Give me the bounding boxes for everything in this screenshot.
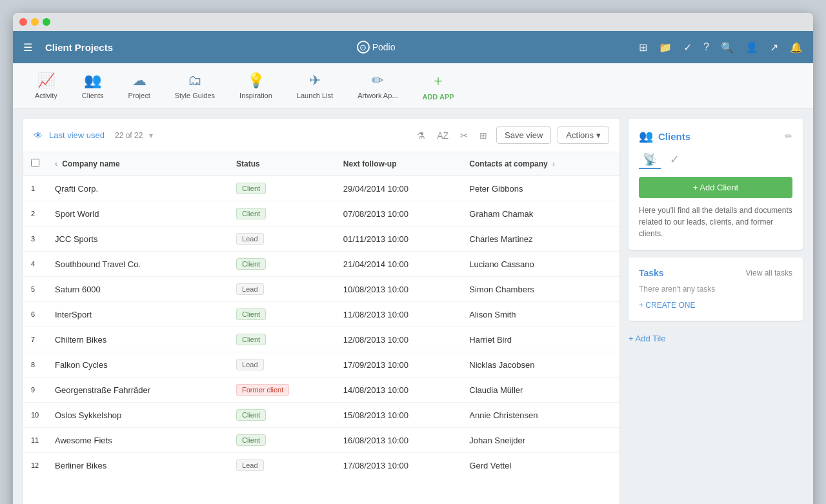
bell-nav-icon[interactable]: 🔔 <box>790 41 803 54</box>
company-name-cell: Chiltern Bikes <box>47 327 228 352</box>
status-cell: Client <box>228 302 336 327</box>
appbar-item-style-guides[interactable]: 🗂 Style Guides <box>166 67 224 105</box>
appbar-item-artwork[interactable]: ✏ Artwork Ap... <box>348 67 407 105</box>
table-row: 1 Qrafti Corp. Client 29/04/2014 10:00 P… <box>23 176 620 201</box>
share-nav-icon[interactable]: ↗ <box>770 41 778 54</box>
col-header-status: Status <box>228 152 336 176</box>
actions-button[interactable]: Actions ▾ <box>558 126 609 144</box>
tasks-view-all-link[interactable]: View all tasks <box>746 268 792 277</box>
activity-label: Activity <box>35 92 57 99</box>
style-guides-icon: 🗂 <box>188 72 202 89</box>
appbar-item-project[interactable]: ☁ Project <box>119 67 159 105</box>
company-name-cell: Berliner Bikes <box>47 453 228 476</box>
add-app-label: ADD APP <box>422 93 454 101</box>
hamburger-icon[interactable]: ☰ <box>23 41 32 54</box>
tasks-create-link[interactable]: + CREATE ONE <box>639 301 695 310</box>
view-count: 22 of 22 <box>115 131 143 140</box>
clients-widget-icon: 👥 <box>639 129 653 143</box>
company-name-cell: Awesome Fiets <box>47 428 228 453</box>
appbar-item-activity[interactable]: 📈 Activity <box>26 67 66 105</box>
main-window: ☰ Client Projects ⊙ Podio ⊞ 📁 ✓ ? 🔍 👤 ↗ … <box>13 13 813 504</box>
row-number: 10 <box>23 403 47 428</box>
select-all-checkbox[interactable] <box>31 159 39 167</box>
appbar-item-clients[interactable]: 👥 Clients <box>73 67 113 105</box>
clients-label: Clients <box>82 92 104 99</box>
grid-view-icon[interactable]: ⊞ <box>479 130 487 141</box>
col-header-followup: Next follow-up <box>336 152 462 176</box>
row-number: 5 <box>23 277 47 302</box>
artwork-label: Artwork Ap... <box>358 92 398 99</box>
followup-cell: 15/08/2013 10:00 <box>336 403 462 428</box>
company-name-cell: Falkon Cycles <box>47 352 228 378</box>
row-number: 11 <box>23 428 47 453</box>
data-table: ‹ Company name Status Next follow-up Con… <box>23 152 620 475</box>
add-tile-button[interactable]: + Add Tile <box>629 328 803 348</box>
status-cell: Client <box>228 201 336 227</box>
podio-logo-text: Podio <box>372 42 396 52</box>
table-row: 12 Berliner Bikes Lead 17/08/2013 10:00 … <box>23 453 620 476</box>
folder-nav-icon[interactable]: 📁 <box>659 41 672 54</box>
filter-icon[interactable]: ⚗ <box>417 130 425 141</box>
close-button[interactable] <box>19 18 27 26</box>
actions-label: Actions <box>566 130 594 140</box>
launch-list-icon: ✈ <box>309 72 321 89</box>
save-view-button[interactable]: Save view <box>496 126 551 144</box>
project-label: Project <box>128 92 150 99</box>
maximize-button[interactable] <box>43 18 50 26</box>
appbar-item-inspiration[interactable]: 💡 Inspiration <box>230 67 281 105</box>
status-badge: Former client <box>236 384 289 396</box>
contact-cell: Charles Martinez <box>461 227 620 252</box>
view-label[interactable]: Last view used <box>49 130 105 140</box>
status-badge: Client <box>236 308 266 320</box>
app-title: Client Projects <box>45 42 113 53</box>
status-cell: Lead <box>228 352 336 378</box>
status-cell: Client <box>228 327 336 352</box>
settings-icon[interactable]: ✂ <box>460 130 468 141</box>
contact-cell: Annie Christensen <box>461 403 620 428</box>
appbar-item-launch-list[interactable]: ✈ Launch List <box>288 67 342 105</box>
appbar-item-add-app[interactable]: ＋ ADD APP <box>413 66 463 106</box>
clients-tab-feed[interactable]: 📡 <box>639 151 661 169</box>
row-number: 7 <box>23 327 47 352</box>
clients-icon: 👥 <box>84 72 101 89</box>
view-eye-icon: 👁 <box>34 130 43 141</box>
status-cell: Former client <box>228 378 336 403</box>
titlebar <box>13 13 813 31</box>
status-cell: Lead <box>228 277 336 302</box>
sort-icon[interactable]: AZ <box>437 130 448 141</box>
table-row: 6 InterSport Client 11/08/2013 10:00 Ali… <box>23 302 620 327</box>
status-cell: Client <box>228 403 336 428</box>
help-nav-icon[interactable]: ? <box>703 41 709 53</box>
row-number: 9 <box>23 378 47 403</box>
table-row: 2 Sport World Client 07/08/2013 10:00 Gr… <box>23 201 620 227</box>
clients-tab-check[interactable]: ✓ <box>666 151 683 169</box>
inspiration-label: Inspiration <box>239 92 272 99</box>
col-next-icon: › <box>552 159 555 168</box>
status-badge: Lead <box>236 233 263 245</box>
contact-cell: Peter Gibbons <box>461 176 620 201</box>
followup-cell: 11/08/2013 10:00 <box>336 302 462 327</box>
user-nav-icon[interactable]: 👤 <box>745 41 758 54</box>
minimize-button[interactable] <box>31 18 39 26</box>
table-row: 10 Oslos Sykkelshop Client 15/08/2013 10… <box>23 403 620 428</box>
table-row: 7 Chiltern Bikes Client 12/08/2013 10:00… <box>23 327 620 352</box>
chevron-down-icon[interactable]: ▾ <box>149 131 153 140</box>
search-nav-icon[interactable]: 🔍 <box>721 41 734 54</box>
tasks-widget: Tasks View all tasks There aren't any ta… <box>629 257 803 321</box>
check-nav-icon[interactable]: ✓ <box>683 41 692 54</box>
clients-widget-edit-icon[interactable]: ✏ <box>785 131 792 141</box>
clients-widget-title: Clients <box>658 131 780 142</box>
clients-widget-tabs: 📡 ✓ <box>639 151 792 169</box>
table-row: 9 Georgenstraße Fahrräder Former client … <box>23 378 620 403</box>
company-name-cell: JCC Sports <box>47 227 228 252</box>
contact-cell: Alison Smith <box>461 302 620 327</box>
contact-cell: Graham Chamak <box>461 201 620 227</box>
table-panel: 👁 Last view used 22 of 22 ▾ ⚗ AZ ✂ ⊞ Sav… <box>23 119 620 504</box>
grid-nav-icon[interactable]: ⊞ <box>639 41 647 54</box>
add-client-button[interactable]: + Add Client <box>639 177 792 198</box>
col-header-contacts: Contacts at company › <box>461 152 620 176</box>
followup-cell: 07/08/2013 10:00 <box>336 201 462 227</box>
row-number: 3 <box>23 227 47 252</box>
project-icon: ☁ <box>132 72 146 89</box>
company-name-cell: Saturn 6000 <box>47 277 228 302</box>
